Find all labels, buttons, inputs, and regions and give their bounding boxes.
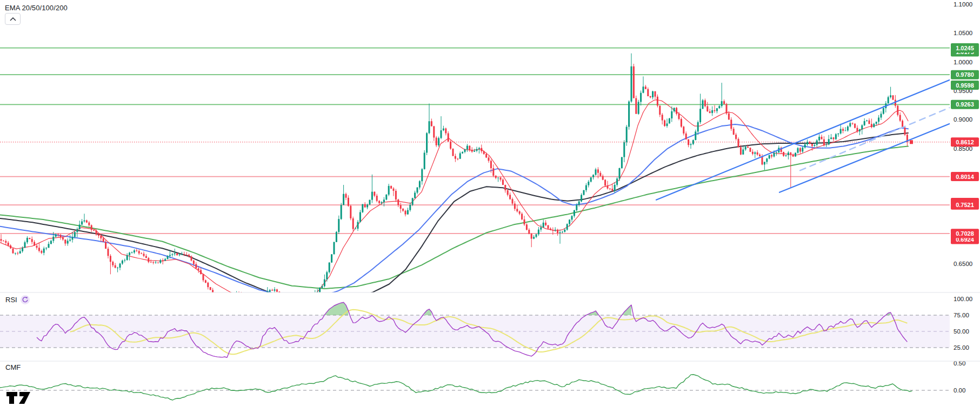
candle-body — [485, 154, 487, 157]
candle-body — [8, 243, 9, 245]
candle-body — [86, 221, 88, 223]
candle-body — [504, 185, 506, 190]
chart-canvas[interactable]: 1.10001.05001.00000.95000.90000.85000.80… — [0, 0, 980, 406]
rsi-pane[interactable] — [0, 302, 950, 357]
candle-body — [828, 139, 830, 144]
candle-body — [548, 225, 549, 229]
candle-body — [738, 139, 739, 147]
candle-body — [655, 91, 656, 97]
candle-body — [888, 97, 889, 104]
candle-body — [400, 205, 402, 209]
candle-body — [69, 239, 71, 241]
candle-body — [825, 144, 827, 145]
cmf-pane-legend[interactable]: CMF — [5, 363, 21, 371]
candle-body — [76, 229, 78, 232]
rsi-pane-legend[interactable]: RSI — [5, 295, 30, 304]
candle-body — [402, 209, 404, 211]
indicator-legend-ema[interactable]: EMA 20/50/100/200 — [5, 3, 68, 12]
candle-body — [821, 137, 823, 139]
candle-body — [662, 115, 663, 120]
candle-body — [136, 250, 137, 251]
candle-body — [483, 151, 485, 154]
candle-body — [840, 129, 842, 133]
candle-body — [374, 192, 375, 196]
candle-body — [899, 115, 901, 121]
candle-body — [1, 239, 2, 241]
candle-body — [881, 114, 882, 117]
trendline-channel-lower[interactable] — [779, 124, 950, 192]
candle-body — [405, 211, 406, 215]
candle-body — [590, 177, 592, 182]
candle-body — [41, 251, 42, 253]
candle-body — [464, 149, 466, 152]
candle-body — [274, 289, 276, 290]
candle-body — [436, 137, 437, 145]
candle-body — [726, 104, 728, 113]
chart-page: { "header": { "ema_title": "EMA 20/50/10… — [0, 0, 980, 406]
candle-body — [131, 252, 133, 253]
cmf-line[interactable] — [0, 375, 912, 400]
candle-body — [792, 155, 794, 157]
candle-body — [545, 223, 546, 225]
candle-body — [897, 106, 898, 115]
candle-body — [609, 189, 611, 189]
candle-body — [478, 148, 480, 149]
candle-body — [72, 237, 74, 239]
candle-body — [619, 168, 621, 178]
candle-body — [212, 290, 214, 294]
candle-body — [129, 252, 130, 255]
candle-body — [426, 133, 428, 152]
candle-body — [148, 258, 149, 262]
ema50-line[interactable] — [0, 124, 908, 297]
candle-body — [804, 144, 806, 148]
candle-body — [45, 248, 47, 248]
price-axis[interactable] — [950, 0, 980, 406]
candle-body — [188, 255, 190, 256]
candle-body — [88, 223, 90, 225]
candle-body — [509, 195, 511, 199]
candle-body — [210, 287, 211, 290]
candle-body — [91, 225, 92, 230]
candle-body — [455, 156, 456, 159]
tradingview-logo[interactable] — [6, 391, 31, 406]
candle-body — [431, 121, 432, 126]
candle-body — [837, 134, 839, 134]
candle-body — [495, 176, 497, 178]
candle-body — [357, 222, 359, 229]
cmf-pane-title: CMF — [5, 363, 21, 371]
candle-body — [512, 199, 514, 203]
candle-body — [445, 129, 446, 134]
candle-body — [581, 195, 582, 202]
candle-body — [538, 230, 539, 235]
candle-body — [124, 260, 125, 261]
ema200-line[interactable] — [0, 147, 908, 289]
candle-body — [788, 152, 789, 155]
candle-body — [174, 253, 176, 254]
cmf-pane[interactable] — [0, 375, 950, 400]
candle-body — [759, 155, 761, 156]
candle-body — [766, 158, 768, 162]
main-pane[interactable] — [0, 48, 950, 304]
candle-body — [640, 93, 642, 102]
candle-body — [690, 144, 692, 145]
candle-body — [462, 152, 463, 153]
candle-body — [395, 191, 397, 199]
candle-body — [607, 185, 609, 188]
candle-body — [790, 152, 791, 155]
candle-body — [806, 142, 808, 144]
rsi-refresh-icon[interactable] — [21, 295, 30, 304]
candle-body — [348, 198, 349, 206]
collapse-legend-button[interactable] — [5, 13, 21, 25]
candle-body — [414, 192, 416, 198]
candle-body — [345, 194, 347, 198]
candle-body — [314, 292, 316, 295]
candle-body — [616, 178, 618, 185]
candle-body — [341, 205, 342, 219]
trendline-channel-mid[interactable] — [800, 108, 950, 170]
candle-body — [369, 200, 371, 205]
candle-body — [688, 139, 689, 145]
candle-body — [322, 286, 323, 288]
candle-body — [728, 114, 730, 119]
candle-body — [704, 101, 706, 107]
candle-body — [623, 142, 625, 157]
